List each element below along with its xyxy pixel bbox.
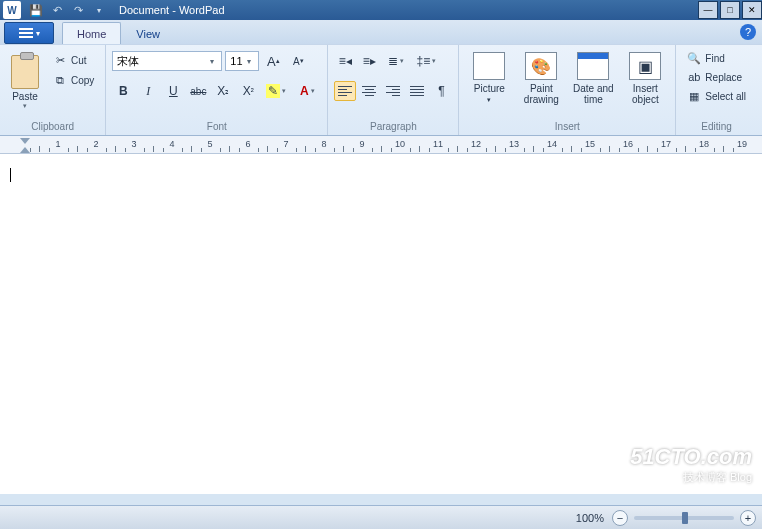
selectall-label: Select all bbox=[705, 91, 746, 102]
status-bar: 100% − + bbox=[0, 505, 762, 529]
paste-label: Paste bbox=[12, 91, 38, 102]
subscript-button[interactable]: X₂ bbox=[212, 81, 234, 101]
font-name-combo[interactable]: 宋体 ▾ bbox=[112, 51, 222, 71]
chevron-down-icon: ▾ bbox=[205, 57, 219, 66]
find-button[interactable]: 🔍 Find bbox=[682, 49, 751, 67]
underline-button[interactable]: U bbox=[162, 81, 184, 101]
copy-label: Copy bbox=[71, 75, 94, 86]
grow-font-button[interactable]: A▴ bbox=[262, 51, 284, 71]
window-title: Document - WordPad bbox=[119, 4, 225, 16]
align-left-button[interactable] bbox=[334, 81, 356, 101]
font-size-combo[interactable]: 11 ▾ bbox=[225, 51, 259, 71]
chevron-down-icon: ▾ bbox=[243, 57, 257, 66]
group-label-paragraph: Paragraph bbox=[334, 119, 452, 135]
redo-icon[interactable]: ↷ bbox=[68, 1, 88, 19]
replace-label: Replace bbox=[705, 72, 742, 83]
strikethrough-button[interactable]: abc bbox=[187, 81, 209, 101]
paste-button[interactable]: Paste ▾ bbox=[6, 47, 44, 113]
minimize-button[interactable]: — bbox=[698, 1, 718, 19]
group-label-insert: Insert bbox=[465, 119, 669, 135]
search-icon: 🔍 bbox=[687, 51, 701, 65]
qat-dropdown-icon[interactable]: ▾ bbox=[89, 1, 109, 19]
superscript-button[interactable]: X² bbox=[237, 81, 259, 101]
ruler[interactable]: 12345678910111213141516171819 bbox=[0, 136, 762, 154]
ribbon: Paste ▾ ✂ Cut ⧉ Copy Clipboard 宋体 ▾ bbox=[0, 44, 762, 136]
ribbon-tabs: ▾ Home View ? bbox=[0, 20, 762, 44]
scissors-icon: ✂ bbox=[53, 53, 67, 67]
insert-object-button[interactable]: ▣ Insert object bbox=[621, 47, 669, 113]
text-cursor bbox=[10, 168, 11, 182]
shrink-font-button[interactable]: A▾ bbox=[287, 51, 309, 71]
close-button[interactable]: ✕ bbox=[742, 1, 762, 19]
cut-button[interactable]: ✂ Cut bbox=[48, 51, 99, 69]
file-menu-button[interactable]: ▾ bbox=[4, 22, 54, 44]
group-paragraph: ≡◂ ≡▸ ≣▾ ‡≡▾ ¶ Paragraph bbox=[328, 45, 459, 135]
font-size-value: 11 bbox=[230, 55, 242, 67]
group-editing: 🔍 Find ab Replace ▦ Select all Editing bbox=[676, 45, 757, 135]
font-name-value: 宋体 bbox=[117, 54, 139, 69]
undo-icon[interactable]: ↶ bbox=[47, 1, 67, 19]
tab-view[interactable]: View bbox=[121, 22, 175, 44]
group-label-clipboard: Clipboard bbox=[6, 119, 99, 135]
italic-button[interactable]: I bbox=[137, 81, 159, 101]
copy-button[interactable]: ⧉ Copy bbox=[48, 71, 99, 89]
replace-icon: ab bbox=[687, 70, 701, 84]
document-area[interactable] bbox=[0, 154, 762, 494]
zoom-in-button[interactable]: + bbox=[740, 510, 756, 526]
palette-icon: 🎨 bbox=[525, 52, 557, 80]
select-all-icon: ▦ bbox=[687, 89, 701, 103]
group-font: 宋体 ▾ 11 ▾ A▴ A▾ B I U abc X₂ X² ✎▾ A▾ bbox=[106, 45, 328, 135]
group-label-editing: Editing bbox=[682, 119, 751, 135]
zoom-out-button[interactable]: − bbox=[612, 510, 628, 526]
paint-label: Paint drawing bbox=[518, 83, 564, 105]
decrease-indent-button[interactable]: ≡◂ bbox=[334, 51, 356, 71]
zoom-percent: 100% bbox=[576, 512, 604, 524]
picture-label: Picture bbox=[474, 83, 505, 94]
bold-button[interactable]: B bbox=[112, 81, 134, 101]
find-label: Find bbox=[705, 53, 724, 64]
tab-home[interactable]: Home bbox=[62, 22, 121, 44]
bullets-button[interactable]: ≣▾ bbox=[382, 51, 410, 71]
object-icon: ▣ bbox=[629, 52, 661, 80]
group-clipboard: Paste ▾ ✂ Cut ⧉ Copy Clipboard bbox=[0, 45, 106, 135]
help-icon[interactable]: ? bbox=[740, 24, 756, 40]
title-bar: W 💾 ↶ ↷ ▾ Document - WordPad — □ ✕ bbox=[0, 0, 762, 20]
copy-icon: ⧉ bbox=[53, 73, 67, 87]
insert-picture-button[interactable]: Picture▾ bbox=[465, 47, 513, 113]
select-all-button[interactable]: ▦ Select all bbox=[682, 87, 751, 105]
date-label: Date and time bbox=[570, 83, 616, 105]
font-color-button[interactable]: A▾ bbox=[293, 81, 321, 101]
paragraph-dialog-button[interactable]: ¶ bbox=[430, 81, 452, 101]
align-justify-button[interactable] bbox=[406, 81, 428, 101]
group-insert: Picture▾ 🎨 Paint drawing Date and time ▣… bbox=[459, 45, 676, 135]
save-icon[interactable]: 💾 bbox=[26, 1, 46, 19]
replace-button[interactable]: ab Replace bbox=[682, 68, 751, 86]
zoom-slider[interactable] bbox=[634, 516, 734, 520]
insert-paint-button[interactable]: 🎨 Paint drawing bbox=[517, 47, 565, 113]
maximize-button[interactable]: □ bbox=[720, 1, 740, 19]
align-right-button[interactable] bbox=[382, 81, 404, 101]
cut-label: Cut bbox=[71, 55, 87, 66]
calendar-icon bbox=[577, 52, 609, 80]
insert-date-button[interactable]: Date and time bbox=[569, 47, 617, 113]
highlight-button[interactable]: ✎▾ bbox=[262, 81, 290, 101]
zoom-slider-thumb[interactable] bbox=[682, 512, 688, 524]
group-label-font: Font bbox=[112, 119, 321, 135]
line-spacing-button[interactable]: ‡≡▾ bbox=[412, 51, 440, 71]
object-label: Insert object bbox=[622, 83, 668, 105]
quick-access-toolbar: 💾 ↶ ↷ ▾ bbox=[26, 1, 109, 19]
picture-icon bbox=[473, 52, 505, 80]
clipboard-icon bbox=[11, 55, 39, 89]
align-center-button[interactable] bbox=[358, 81, 380, 101]
increase-indent-button[interactable]: ≡▸ bbox=[358, 51, 380, 71]
app-icon: W bbox=[3, 1, 21, 19]
